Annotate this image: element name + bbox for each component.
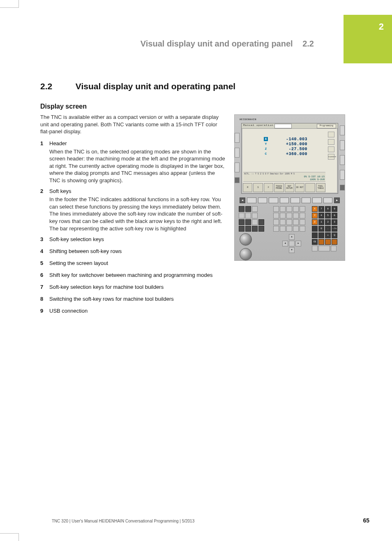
numkey-2: 2 — [325, 219, 331, 225]
softkey-empty — [305, 183, 315, 192]
key-end — [332, 239, 337, 245]
list-item: 7 Soft-key selection keys for machine to… — [40, 284, 225, 292]
machine-key — [235, 148, 240, 158]
key — [273, 219, 279, 225]
softkey-button — [258, 197, 267, 203]
axis-value-y: +150.000 — [270, 142, 307, 146]
override-knob — [240, 233, 252, 246]
item-label: Soft-key selection keys for machine tool… — [49, 284, 225, 290]
arrow-right-icon: ► — [295, 241, 301, 246]
key: + — [325, 232, 331, 238]
key — [239, 226, 244, 232]
numkey-5: 5 — [325, 213, 331, 218]
axis-key-x: X — [312, 206, 318, 212]
machine-key — [340, 140, 345, 150]
crop-mark-top — [0, 0, 19, 8]
running-head-number: 2.2 — [302, 39, 314, 48]
softkey-s: S — [253, 183, 263, 192]
softkey-button — [302, 197, 311, 203]
screen-body: X -140.003 Y +150.000 Z -27.500 C +360.0… — [242, 129, 338, 193]
status-small: ACTL. :: T 5 Z S 0 F 0mm/min Ovr 100% M … — [244, 173, 295, 175]
key — [245, 213, 251, 218]
section-title: Visual display unit and operating panel — [76, 81, 235, 91]
key-ce: CE — [312, 239, 318, 245]
axis-icon — [328, 146, 334, 152]
axis-key-y: Y — [312, 213, 318, 218]
axis-row: Y +150.000 — [264, 142, 307, 146]
key — [312, 232, 318, 238]
item-label: Switching the soft-key rows for machine … — [49, 296, 225, 302]
key — [293, 226, 299, 232]
arrow-down-icon: ▼ — [289, 247, 295, 253]
tnc-screen: Manual operation Programming X -140.003 … — [241, 123, 338, 194]
list-item: 8 Switching the soft-key rows for machin… — [40, 296, 225, 304]
screen-side-icons: DIAGNOSE — [325, 130, 337, 181]
key — [318, 246, 330, 251]
key — [312, 246, 318, 251]
axis-label-x: X — [264, 137, 268, 141]
key-del — [318, 239, 324, 245]
section-number: 2.2 — [40, 81, 73, 91]
key — [318, 232, 324, 238]
keyboard-left — [239, 206, 271, 261]
shift-right-icon: ► — [334, 197, 340, 203]
running-head-title: Visual display unit and operating panel — [141, 39, 293, 48]
numkey-1: 1 — [318, 219, 324, 225]
diagnosis-label: DIAGNOSE — [328, 154, 334, 160]
tool-icon — [328, 132, 334, 137]
item-label: Header — [49, 140, 225, 146]
item-number: 7 — [40, 284, 49, 290]
key — [300, 206, 305, 212]
key — [280, 213, 286, 218]
softkey-tool-table: TOOL TABLE — [316, 183, 325, 192]
key — [300, 226, 305, 232]
side-softkeys-left — [235, 124, 240, 192]
axis-value-c: +360.000 — [270, 152, 307, 156]
header-programming-mode: Programming — [317, 124, 336, 128]
numbered-list: 1 Header When the TNC is on, the selecte… — [40, 140, 225, 316]
key — [286, 219, 292, 225]
numkey-9: 9 — [332, 206, 337, 212]
item-number: 8 — [40, 296, 49, 302]
machine-key — [340, 170, 345, 180]
header-active-box — [274, 124, 292, 128]
page: 2 Visual display unit and operating pane… — [0, 0, 392, 541]
arrow-up-icon: ▲ — [289, 234, 295, 240]
key — [252, 206, 258, 212]
key — [289, 241, 295, 246]
key — [245, 226, 251, 232]
item-number: 6 — [40, 272, 49, 278]
machine-key — [340, 125, 345, 135]
key — [258, 219, 264, 225]
header-machining-mode: Manual operation — [243, 124, 274, 127]
item-number: 4 — [40, 248, 49, 254]
key — [293, 213, 299, 218]
numkey-0: 0 — [318, 226, 324, 232]
axis-row: X -140.003 — [264, 137, 307, 142]
softkey-button — [269, 197, 278, 203]
key — [300, 219, 305, 225]
item-label: Soft keys — [49, 188, 225, 194]
list-item: 5 Setting the screen layout — [40, 260, 225, 268]
item-number: 2 — [40, 188, 49, 194]
key-ent — [325, 239, 331, 245]
numkey-sign: -/+ — [332, 226, 337, 232]
key — [280, 219, 286, 225]
softkey-row: M S F TOUCH PROBE SET DATUM 3D ROT TOOL … — [243, 183, 325, 192]
key — [331, 246, 337, 251]
key — [245, 219, 251, 225]
axis-label-z: Z — [264, 147, 268, 151]
key — [252, 213, 258, 218]
item-number: 3 — [40, 236, 49, 242]
key — [273, 206, 279, 212]
key — [286, 226, 292, 232]
list-item: 4 Shifting between soft-key rows — [40, 248, 225, 256]
machine-key — [235, 133, 240, 143]
keyboard: ▲ ◄► ▼ X789 Y456 Z123 0.-/+ +Q CE — [239, 206, 341, 257]
axis-key-z: Z — [312, 219, 318, 225]
softkey-touch-probe: TOUCH PROBE — [274, 183, 284, 192]
item-number: 5 — [40, 260, 49, 266]
key: Q — [332, 232, 337, 238]
softkey-selection-row: ◄ ► — [240, 197, 340, 204]
axis-label-c: C — [264, 152, 268, 156]
